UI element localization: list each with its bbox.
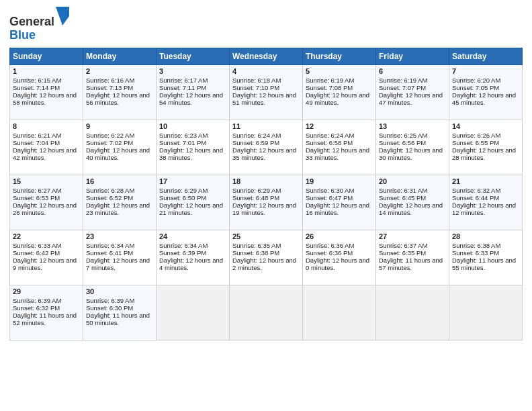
day-header: Saturday xyxy=(449,48,523,64)
day-info-line: Sunset: 6:30 PM xyxy=(86,304,153,312)
calendar-cell xyxy=(230,285,303,340)
day-info-line: Daylight: 12 hours and 19 minutes. xyxy=(232,201,300,216)
day-info-line: Sunset: 6:59 PM xyxy=(232,139,300,146)
calendar-week-row: 8Sunrise: 6:21 AMSunset: 7:04 PMDaylight… xyxy=(10,120,523,175)
calendar-cell: 10Sunrise: 6:23 AMSunset: 7:01 PMDayligh… xyxy=(157,120,230,175)
day-number: 4 xyxy=(232,67,300,75)
calendar-cell xyxy=(157,285,230,340)
day-info-line: Daylight: 12 hours and 30 minutes. xyxy=(379,146,446,161)
day-info-line: Sunrise: 6:24 AM xyxy=(306,132,373,139)
calendar-cell: 1Sunrise: 6:15 AMSunset: 7:14 PMDaylight… xyxy=(10,64,83,120)
calendar-cell: 26Sunrise: 6:36 AMSunset: 6:36 PMDayligh… xyxy=(303,230,376,285)
day-info-line: Daylight: 11 hours and 55 minutes. xyxy=(452,257,519,271)
day-number: 10 xyxy=(159,122,226,130)
calendar-cell: 12Sunrise: 6:24 AMSunset: 6:58 PMDayligh… xyxy=(303,120,376,175)
calendar-cell: 23Sunrise: 6:34 AMSunset: 6:41 PMDayligh… xyxy=(83,230,157,285)
day-number: 27 xyxy=(379,232,446,240)
day-info-line: Daylight: 11 hours and 57 minutes. xyxy=(379,257,446,271)
calendar-body: 1Sunrise: 6:15 AMSunset: 7:14 PMDaylight… xyxy=(10,64,523,340)
day-info-line: Daylight: 12 hours and 51 minutes. xyxy=(232,91,300,106)
day-header: Monday xyxy=(83,48,157,64)
calendar-cell: 14Sunrise: 6:26 AMSunset: 6:55 PMDayligh… xyxy=(449,120,523,175)
day-info-line: Sunset: 6:32 PM xyxy=(13,304,80,312)
day-info-line: Daylight: 11 hours and 52 minutes. xyxy=(13,312,80,326)
day-info-line: Sunrise: 6:39 AM xyxy=(86,297,153,304)
day-number: 1 xyxy=(13,67,80,75)
day-info-line: Sunrise: 6:24 AM xyxy=(232,132,300,139)
calendar-cell: 4Sunrise: 6:18 AMSunset: 7:10 PMDaylight… xyxy=(230,64,303,120)
day-number: 28 xyxy=(452,232,519,240)
calendar-cell: 16Sunrise: 6:28 AMSunset: 6:52 PMDayligh… xyxy=(83,175,157,230)
day-number: 25 xyxy=(232,232,300,240)
day-info-line: Sunset: 6:41 PM xyxy=(86,249,153,257)
day-header: Wednesday xyxy=(230,48,303,64)
day-number: 18 xyxy=(232,177,300,185)
calendar-cell: 29Sunrise: 6:39 AMSunset: 6:32 PMDayligh… xyxy=(10,285,83,340)
day-info-line: Daylight: 12 hours and 49 minutes. xyxy=(306,91,373,106)
day-info-line: Sunset: 7:14 PM xyxy=(13,84,80,91)
calendar-cell: 20Sunrise: 6:31 AMSunset: 6:45 PMDayligh… xyxy=(376,175,449,230)
day-info-line: Sunset: 6:55 PM xyxy=(452,139,519,146)
day-header: Friday xyxy=(376,48,449,64)
day-info-line: Daylight: 12 hours and 23 minutes. xyxy=(86,201,153,216)
day-number: 22 xyxy=(13,232,80,240)
day-info-line: Sunset: 6:56 PM xyxy=(379,139,446,146)
calendar-week-row: 15Sunrise: 6:27 AMSunset: 6:53 PMDayligh… xyxy=(10,175,523,230)
day-info-line: Daylight: 12 hours and 47 minutes. xyxy=(379,91,446,106)
calendar-cell: 28Sunrise: 6:38 AMSunset: 6:33 PMDayligh… xyxy=(449,230,523,285)
calendar-cell: 27Sunrise: 6:37 AMSunset: 6:35 PMDayligh… xyxy=(376,230,449,285)
day-info-line: Sunrise: 6:36 AM xyxy=(306,242,373,249)
day-info-line: Sunset: 6:33 PM xyxy=(452,249,519,257)
calendar-cell xyxy=(376,285,449,340)
calendar-cell: 19Sunrise: 6:30 AMSunset: 6:47 PMDayligh… xyxy=(303,175,376,230)
day-info-line: Sunrise: 6:34 AM xyxy=(159,242,226,249)
day-info-line: Sunrise: 6:16 AM xyxy=(86,77,153,84)
day-info-line: Daylight: 12 hours and 58 minutes. xyxy=(13,91,80,106)
day-info-line: Sunrise: 6:38 AM xyxy=(452,242,519,249)
day-number: 20 xyxy=(379,177,446,185)
day-info-line: Daylight: 12 hours and 35 minutes. xyxy=(232,146,300,161)
day-info-line: Sunset: 7:13 PM xyxy=(86,84,153,91)
day-info-line: Sunrise: 6:19 AM xyxy=(379,77,446,84)
day-info-line: Daylight: 12 hours and 7 minutes. xyxy=(86,257,153,271)
day-info-line: Daylight: 12 hours and 45 minutes. xyxy=(452,91,519,106)
day-info-line: Sunrise: 6:15 AM xyxy=(13,77,80,84)
day-info-line: Sunrise: 6:27 AM xyxy=(13,187,80,194)
calendar-cell: 2Sunrise: 6:16 AMSunset: 7:13 PMDaylight… xyxy=(83,64,157,120)
calendar-cell: 24Sunrise: 6:34 AMSunset: 6:39 PMDayligh… xyxy=(157,230,230,285)
day-number: 24 xyxy=(159,232,226,240)
day-info-line: Sunrise: 6:32 AM xyxy=(452,187,519,194)
day-number: 7 xyxy=(452,67,519,75)
day-number: 11 xyxy=(232,122,300,130)
calendar-cell: 3Sunrise: 6:17 AMSunset: 7:11 PMDaylight… xyxy=(157,64,230,120)
day-header: Tuesday xyxy=(157,48,230,64)
day-info-line: Sunrise: 6:25 AM xyxy=(379,132,446,139)
day-info-line: Sunset: 6:44 PM xyxy=(452,194,519,201)
day-info-line: Sunrise: 6:23 AM xyxy=(159,132,226,139)
day-info-line: Sunset: 7:11 PM xyxy=(159,84,226,91)
logo: General Blue xyxy=(9,7,69,42)
day-info-line: Daylight: 12 hours and 56 minutes. xyxy=(86,91,153,106)
day-info-line: Sunrise: 6:39 AM xyxy=(13,297,80,304)
calendar-cell: 21Sunrise: 6:32 AMSunset: 6:44 PMDayligh… xyxy=(449,175,523,230)
calendar-cell: 13Sunrise: 6:25 AMSunset: 6:56 PMDayligh… xyxy=(376,120,449,175)
svg-marker-0 xyxy=(56,7,69,26)
calendar-table: SundayMondayTuesdayWednesdayThursdayFrid… xyxy=(9,48,523,340)
page-header: General Blue xyxy=(9,7,523,42)
day-info-line: Sunset: 7:10 PM xyxy=(232,84,300,91)
day-info-line: Sunset: 7:04 PM xyxy=(13,139,80,146)
day-info-line: Daylight: 12 hours and 26 minutes. xyxy=(13,201,80,216)
calendar-cell: 5Sunrise: 6:19 AMSunset: 7:08 PMDaylight… xyxy=(303,64,376,120)
day-info-line: Sunset: 6:53 PM xyxy=(13,194,80,201)
day-info-line: Daylight: 12 hours and 33 minutes. xyxy=(306,146,373,161)
day-number: 8 xyxy=(13,122,80,130)
day-number: 13 xyxy=(379,122,446,130)
day-info-line: Daylight: 12 hours and 54 minutes. xyxy=(159,91,226,106)
day-number: 6 xyxy=(379,67,446,75)
day-info-line: Sunset: 6:50 PM xyxy=(159,194,226,201)
day-info-line: Sunrise: 6:29 AM xyxy=(232,187,300,194)
day-info-line: Daylight: 12 hours and 14 minutes. xyxy=(379,201,446,216)
day-info-line: Sunset: 6:58 PM xyxy=(306,139,373,146)
day-info-line: Sunset: 6:52 PM xyxy=(86,194,153,201)
calendar-cell: 17Sunrise: 6:29 AMSunset: 6:50 PMDayligh… xyxy=(157,175,230,230)
